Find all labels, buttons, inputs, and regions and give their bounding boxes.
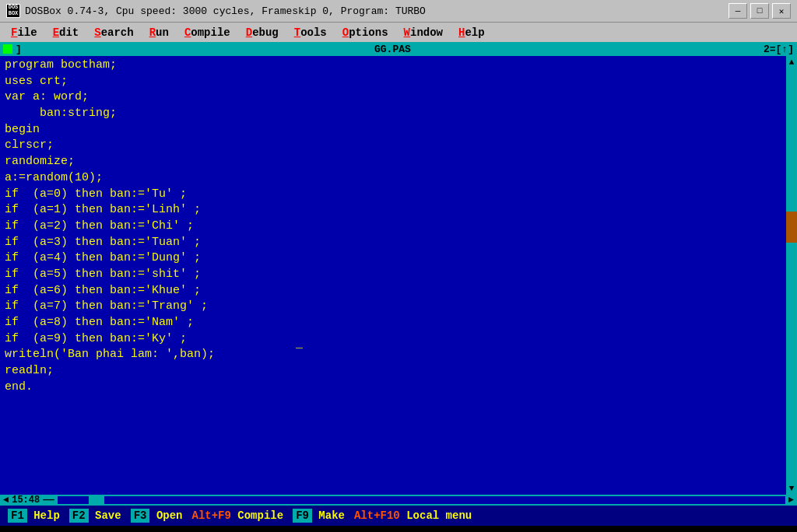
menu-tools[interactable]: Tools (286, 25, 335, 40)
hscroll-track[interactable] (58, 496, 785, 504)
close-button[interactable]: ✕ (772, 3, 791, 19)
code-area[interactable]: program boctham; uses crt; var a: word; … (0, 56, 797, 495)
scroll-dash-left: —— (43, 495, 54, 506)
f3-key: F3 (131, 509, 150, 523)
menubar: File Edit Search Run Compile Debug Tools… (0, 22, 797, 42)
scroll-right-arrow[interactable]: ► (788, 495, 794, 506)
scroll-down-arrow[interactable]: ▼ (789, 484, 795, 493)
titlebar-title: DOSBox 0.74-3, Cpu speed: 3000 cycles, F… (25, 5, 426, 17)
scroll-thumb[interactable] (786, 212, 797, 243)
altf10-key: Alt+F10 (354, 509, 400, 522)
minimize-button[interactable]: — (729, 3, 747, 19)
horizontal-scrollbar[interactable]: ◄ 15:48 —— ► (0, 495, 797, 506)
status-altf10[interactable]: Alt+F10 Local menu (349, 509, 476, 522)
menu-window[interactable]: Window (396, 25, 451, 40)
menu-compile[interactable]: Compile (177, 25, 238, 40)
menu-file[interactable]: File (3, 25, 45, 40)
editor-topbar-left: ] (3, 44, 22, 55)
editor-topbar: ] GG.PAS 2=[↑] (0, 42, 797, 56)
cursor: _ (296, 338, 303, 351)
altf9-key: Alt+F9 (191, 509, 230, 522)
editor-container: ] GG.PAS 2=[↑] program boctham; uses crt… (0, 42, 797, 506)
titlebar-controls: — □ ✕ (729, 3, 791, 19)
f2-label: Save (95, 509, 121, 522)
menu-help[interactable]: Help (451, 25, 493, 40)
f1-key: F1 (8, 509, 27, 523)
f2-key: F2 (69, 509, 89, 523)
vertical-scrollbar[interactable]: ▲ ▼ (786, 56, 797, 495)
clock-display: 15:48 (12, 495, 40, 506)
maximize-button[interactable]: □ (750, 3, 769, 19)
menu-search[interactable]: Search (86, 25, 141, 40)
dosbox-icon: DOSBOX (6, 4, 20, 18)
menu-edit[interactable]: Edit (45, 25, 87, 40)
f1-label: Help (33, 509, 60, 522)
code-content: program boctham; uses crt; var a: word; … (5, 58, 792, 395)
f9-key: F9 (293, 509, 312, 523)
status-f9[interactable]: F9 Make (288, 509, 349, 522)
status-f2[interactable]: F2 Save (65, 509, 126, 522)
status-f1[interactable]: F1 Help (3, 509, 65, 522)
menu-run[interactable]: Run (142, 25, 177, 40)
titlebar-left: DOSBOX DOSBox 0.74-3, Cpu speed: 3000 cy… (6, 4, 426, 18)
scroll-left-arrow[interactable]: ◄ (3, 495, 9, 506)
editor-file-title: GG.PAS (374, 44, 411, 55)
f3-label: Open (156, 509, 183, 522)
f9-label: Make (318, 509, 345, 522)
statusbar: F1 Help F2 Save F3 Open Alt+F9 Compile F… (0, 506, 797, 526)
status-f3[interactable]: F3 Open (126, 509, 188, 522)
menu-options[interactable]: Options (335, 25, 396, 40)
altf9-label: Compile (237, 509, 283, 522)
editor-topbar-right: 2=[↑] (764, 44, 794, 55)
bracket-indicator: ] (16, 44, 22, 55)
altf10-label: Local menu (406, 509, 472, 522)
hscroll-thumb[interactable] (89, 496, 104, 504)
scroll-up-arrow[interactable]: ▲ (789, 58, 795, 67)
green-square-icon (3, 44, 12, 54)
titlebar: DOSBOX DOSBox 0.74-3, Cpu speed: 3000 cy… (0, 0, 797, 22)
menu-debug[interactable]: Debug (238, 25, 286, 40)
status-altf9[interactable]: Alt+F9 Compile (187, 509, 288, 522)
